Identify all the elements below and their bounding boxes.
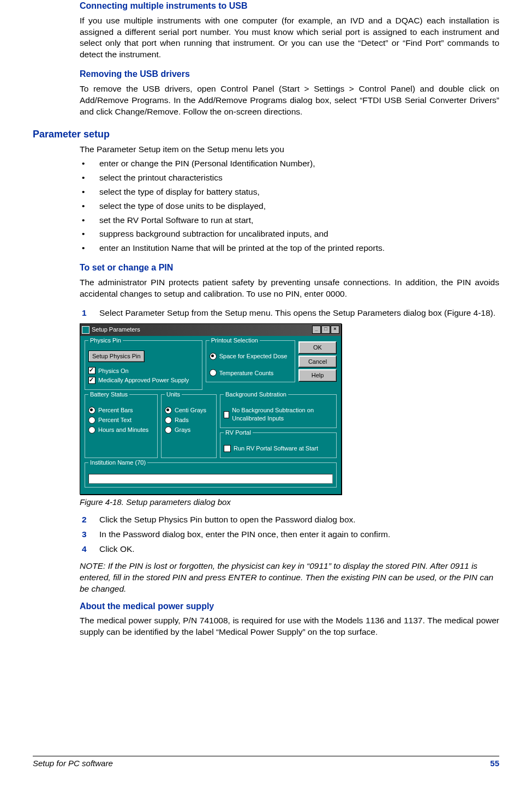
heading-connecting-usb: Connecting multiple instruments to USB [80, 0, 499, 12]
radio-icon [88, 426, 95, 434]
bg-subtraction-group: Background Subtration No Background Subt… [220, 394, 337, 428]
rv-portal-legend: RV Portal [224, 429, 253, 437]
institution-name-input[interactable] [88, 474, 333, 484]
para-removing-drivers: To remove the USB drivers, open Control … [80, 83, 499, 118]
rads-radio[interactable]: Rads [165, 416, 213, 424]
radio-icon [165, 426, 172, 434]
radio-icon [210, 353, 217, 360]
printout-legend: Printout Selection [210, 336, 260, 345]
bullet-item: select the type of display for battery s… [80, 187, 499, 198]
bullet-item: enter or change the PIN (Personal Identi… [80, 158, 499, 170]
temperature-counts-radio[interactable]: Temperature Counts [210, 369, 291, 377]
cancel-button[interactable]: Cancel [298, 356, 337, 368]
units-legend: Units [165, 390, 182, 399]
footer-section-label: Setup for PC software [33, 758, 113, 769]
setup-physics-pin-button[interactable]: Setup Physics Pin [88, 351, 145, 362]
ok-button[interactable]: OK [298, 341, 337, 354]
radio-icon [165, 417, 172, 424]
para-medical-power: The medical power supply, P/N 741008, is… [80, 615, 499, 638]
bullet-item: suppress background subtraction for unca… [80, 228, 499, 240]
hours-minutes-radio[interactable]: Hours and Minutes [88, 426, 154, 434]
step-4: 4 Click OK. [80, 544, 499, 555]
physics-pin-group: Physics Pin Setup Physics Pin Physics On… [85, 340, 202, 390]
heading-removing-drivers: Removing the USB drivers [80, 68, 499, 80]
space-expected-dose-radio[interactable]: Space for Expected Dose [210, 352, 291, 360]
units-group: Units Centi Grays Rads Grays [161, 394, 217, 458]
printout-selection-group: Printout Selection Space for Expected Do… [206, 340, 295, 383]
run-rv-portal-checkbox[interactable]: Run RV Portal Software at Start [224, 444, 333, 453]
step-text: In the Password dialog box, enter the PI… [99, 530, 390, 539]
step-number: 2 [82, 514, 87, 526]
step-number: 3 [82, 529, 87, 540]
dialog-titlebar: Setup Parameters _ □ × [80, 324, 341, 336]
step-text: Click OK. [99, 544, 135, 554]
checkbox-icon [88, 377, 95, 384]
no-bg-subtraction-checkbox[interactable]: No Background Subtraction on Uncalibrate… [224, 406, 333, 423]
heading-parameter-setup: Parameter setup [33, 128, 499, 141]
institution-legend: Institution Name (70) [88, 459, 147, 467]
para-pin-intro: The administrator PIN protects patient s… [80, 277, 499, 300]
heading-set-pin: To set or change a PIN [80, 262, 499, 274]
percent-bars-radio[interactable]: Percent Bars [88, 406, 154, 414]
grays-radio[interactable]: Grays [165, 426, 213, 434]
bullet-item: enter an Institution Name that will be p… [80, 243, 499, 254]
setup-parameters-dialog: Setup Parameters _ □ × Physics Pin Setup… [80, 323, 342, 495]
bullet-item: select the type of dose units to be disp… [80, 201, 499, 212]
note-pin-lost: NOTE: If the PIN is lost or forgotten, t… [80, 561, 499, 595]
radio-icon [88, 417, 95, 424]
battery-legend: Battery Status [88, 390, 129, 399]
bullet-list: enter or change the PIN (Personal Identi… [80, 158, 499, 254]
percent-text-radio[interactable]: Percent Text [88, 416, 154, 424]
maximize-icon[interactable]: □ [321, 326, 330, 334]
close-icon[interactable]: × [331, 326, 339, 334]
physics-pin-legend: Physics Pin [88, 336, 123, 345]
dialog-title: Setup Parameters [92, 326, 140, 334]
radio-icon [210, 369, 217, 376]
bullet-item: select the printout characteristics [80, 172, 499, 184]
bg-subtraction-legend: Background Subtration [224, 390, 288, 399]
page-number: 55 [490, 758, 499, 769]
para-connecting-usb: If you use multiple instruments with one… [80, 15, 499, 61]
heading-medical-power: About the medical power supply [80, 600, 499, 612]
step-text: Click the Setup Physics Pin button to op… [99, 515, 356, 524]
bullet-item: set the RV Portal Software to run at sta… [80, 215, 499, 226]
physics-on-checkbox[interactable]: Physics On [88, 367, 199, 375]
battery-status-group: Battery Status Percent Bars Percent Text… [85, 394, 158, 458]
step-number: 1 [82, 308, 87, 319]
para-param-intro: The Parameter Setup item on the Setup me… [80, 144, 499, 155]
minimize-icon[interactable]: _ [312, 326, 321, 334]
step-1: 1 Select Parameter Setup from the Setup … [80, 308, 499, 319]
medical-power-checkbox[interactable]: Medically Approved Power Supply [88, 376, 199, 384]
page-footer: Setup for PC software 55 [33, 756, 499, 769]
step-text: Select Parameter Setup from the Setup me… [99, 308, 495, 317]
step-number: 4 [82, 544, 87, 555]
centigrays-radio[interactable]: Centi Grays [165, 406, 213, 414]
radio-icon [165, 407, 172, 414]
checkbox-icon [224, 445, 231, 452]
checkbox-icon [224, 411, 229, 418]
radio-icon [88, 407, 95, 414]
rv-portal-group: RV Portal Run RV Portal Software at Star… [220, 432, 337, 458]
help-button[interactable]: Help [298, 369, 337, 382]
step-2: 2 Click the Setup Physics Pin button to … [80, 514, 499, 526]
checkbox-icon [88, 367, 95, 374]
figure-caption: Figure 4-18. Setup parameters dialog box [80, 497, 499, 508]
institution-name-group: Institution Name (70) [85, 462, 337, 488]
step-3: 3 In the Password dialog box, enter the … [80, 529, 499, 540]
app-icon [82, 326, 89, 334]
